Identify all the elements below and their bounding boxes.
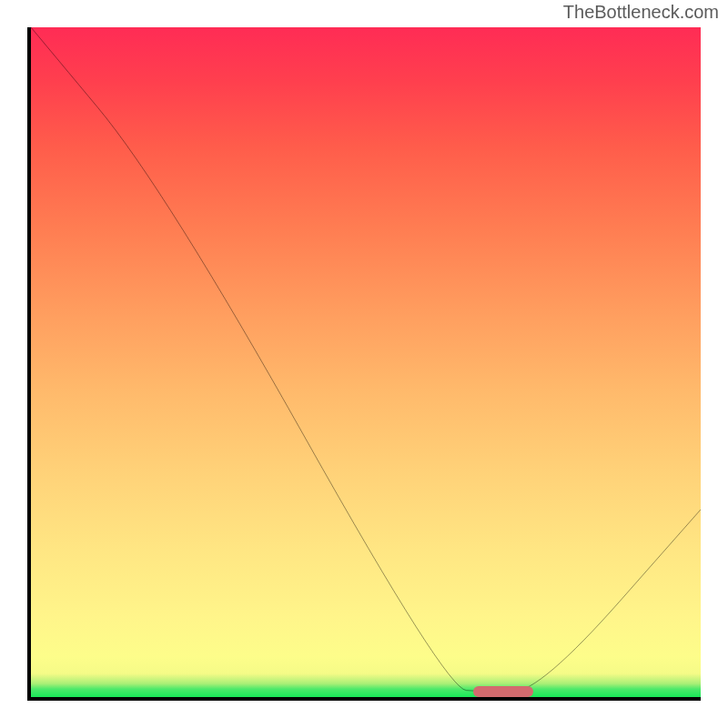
watermark-text: TheBottleneck.com [563,2,719,23]
chart-plot-area [27,27,701,701]
optimal-range-marker [473,686,533,697]
chart-background-gradient [31,27,701,697]
